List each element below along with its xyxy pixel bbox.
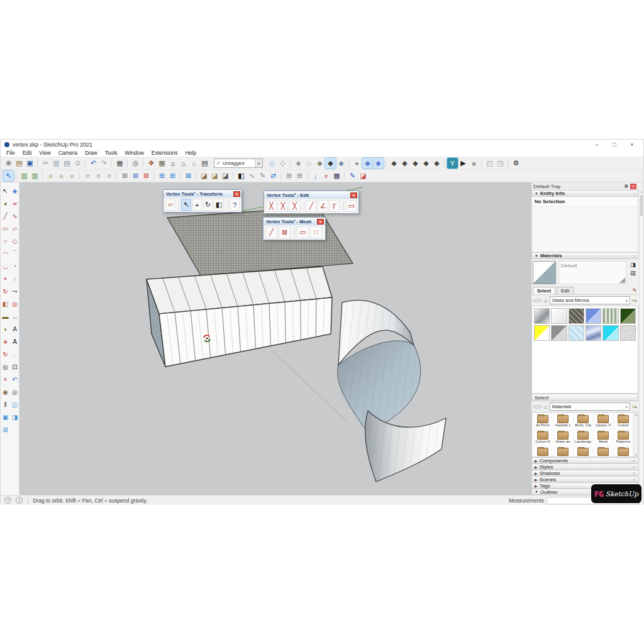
quad-green-b-button[interactable]: ▥	[30, 170, 40, 181]
vertex-tools-logo-button[interactable]: Y	[447, 158, 458, 169]
swatch-dark-green-glass[interactable]	[620, 308, 636, 324]
edge-loop-button[interactable]: ≡	[45, 170, 56, 181]
grid-b-button[interactable]: ⊞	[294, 170, 305, 181]
browser-collection-dropdown[interactable]: Materials ∨	[550, 402, 631, 411]
swatch-obscure-glass[interactable]	[620, 325, 636, 341]
iso-view-button[interactable]: ◆	[362, 158, 373, 169]
purge-button[interactable]: ×	[321, 170, 331, 181]
redo-button[interactable]: ↷	[99, 158, 109, 169]
swatch-frosted-glass[interactable]	[569, 325, 584, 341]
detach-icon[interactable]: ▫	[634, 191, 635, 196]
select-tool[interactable]: ↖	[1, 184, 10, 197]
vt-soft-shrink-tool[interactable]: ╳	[289, 200, 300, 212]
eraser-tool[interactable]: ▰	[10, 197, 19, 209]
triangulate-button[interactable]: ⊠	[119, 170, 130, 181]
xray-mode-button[interactable]: ◇	[267, 158, 277, 169]
vertex-tools-edit-window[interactable]: Vertex Tools² - Edit × ╳╳╳╱∠Γ▭	[264, 191, 359, 214]
copy-button[interactable]: ▥	[51, 158, 62, 169]
swatch-cloudy-glass[interactable]	[586, 325, 601, 341]
material-folder[interactable]: Metal	[594, 430, 613, 445]
new-model-button[interactable]: ⊕	[3, 158, 14, 169]
top-view-button[interactable]: ◆	[373, 158, 384, 169]
extension-warehouse-button[interactable]: ⌂	[167, 158, 178, 169]
share-model-button[interactable]: ❖	[146, 158, 157, 169]
look-around-tool[interactable]: ◎	[10, 386, 19, 398]
vt-select-tool[interactable]: ↖	[181, 199, 191, 211]
swatch-striped-glass[interactable]	[602, 308, 618, 324]
zoom-window-tool[interactable]: ⊡	[10, 360, 19, 373]
storage-button[interactable]: ▤	[199, 158, 210, 169]
vertex-tools-transform-window[interactable]: Vertex Tools² - Transform × ▱↖+↻◧?	[163, 189, 242, 213]
settings-gear-button[interactable]: ⚙	[511, 158, 521, 169]
three-point-arc-tool[interactable]: ◡	[1, 260, 10, 272]
close-icon[interactable]: ×	[633, 471, 635, 475]
entity-info-header[interactable]: ▼ Entity Info ▫	[531, 190, 638, 197]
material-folder[interactable]: Carpet, F	[594, 414, 613, 429]
solid-split-button[interactable]: ◆	[431, 158, 442, 169]
circle-tool[interactable]: ○	[1, 235, 10, 247]
chevron-down-icon[interactable]: ▾	[255, 159, 262, 167]
wireframe-mode-button[interactable]: ◇	[277, 158, 288, 169]
tray-section-collapsed[interactable]: ▶ Scenes ×	[531, 476, 638, 482]
grid-fill-button[interactable]: ⊞	[157, 170, 167, 181]
edge-loop-add-button[interactable]: ≡	[56, 170, 67, 181]
tab-edit[interactable]: Edit	[557, 287, 574, 294]
protractor-tool[interactable]: ◗	[1, 323, 10, 335]
home-icon[interactable]: ⌂	[544, 297, 547, 304]
3d-warehouse-button[interactable]: ▦	[157, 158, 167, 169]
vertex-tools-tool[interactable]: ◈	[10, 184, 19, 197]
vertex-tools-mesh-window[interactable]: Vertex Tools² - Mesh × ╱⊠▭∷	[263, 217, 326, 240]
swatch-yellow-glass[interactable]	[534, 325, 550, 341]
material-folder[interactable]	[553, 447, 572, 457]
uv-paste-button[interactable]: ◪	[220, 170, 231, 181]
table-props-button[interactable]: ▦	[331, 170, 342, 181]
swap-arrows-button[interactable]: ⇄	[268, 170, 279, 181]
red-corner-button[interactable]: ◪	[358, 170, 369, 181]
scroll-up-icon[interactable]: ∧	[635, 413, 637, 416]
tray-section-collapsed[interactable]: ▶ Shadows ×	[531, 470, 638, 476]
menu-item[interactable]: File	[3, 150, 19, 156]
sample-paint-icon[interactable]: ↪	[632, 297, 637, 304]
tray-section-collapsed[interactable]: ▶ Components ×	[531, 457, 638, 464]
close-icon[interactable]: ×	[233, 191, 240, 197]
grid-cross-button[interactable]: ⊠	[183, 170, 194, 181]
swatch-mirror[interactable]	[534, 308, 550, 324]
forward-icon[interactable]: ▷	[538, 404, 542, 409]
material-folder[interactable]: Patterns	[614, 430, 633, 445]
paste-button[interactable]: ▤	[62, 158, 72, 169]
menu-item[interactable]: Tools	[101, 150, 121, 156]
model-info-button[interactable]: ◎	[130, 158, 141, 169]
material-folder[interactable]: 3d Printr	[533, 414, 552, 429]
swatch-glass-blocks[interactable]	[569, 308, 584, 324]
materials-collection-dropdown[interactable]: Glass and Mirrors ∨	[550, 296, 631, 304]
menu-item[interactable]: Edit	[19, 150, 36, 156]
vt-mesh-line-tool[interactable]: ╱	[265, 226, 277, 238]
secondary-pane-icon[interactable]: ◨	[630, 262, 636, 268]
shaded-textures-button[interactable]: ◆	[325, 158, 336, 169]
menu-item[interactable]: Extensions	[148, 150, 182, 156]
uv-copy-button[interactable]: ◪	[209, 170, 220, 181]
axes-tool[interactable]: ∗	[1, 335, 10, 348]
folder-scrollbar[interactable]: ∧ ∨	[633, 413, 638, 457]
help-icon[interactable]: ?	[4, 497, 11, 504]
solid-union-button[interactable]: ◆	[389, 158, 399, 169]
detach-icon[interactable]: ▫	[634, 253, 635, 258]
close-icon[interactable]: ×	[350, 192, 357, 198]
vt-weld-tool[interactable]: ╱	[306, 200, 317, 212]
pin-icon[interactable]: ▣	[624, 184, 628, 189]
follow-me-tool[interactable]: ↪	[10, 285, 19, 297]
material-folder[interactable]	[594, 447, 613, 457]
sample-dropper-icon[interactable]: ✎	[632, 287, 637, 294]
vt-gizmo-tool[interactable]: ▱	[165, 199, 175, 211]
back-icon[interactable]: ◁	[533, 404, 536, 409]
maximize-button[interactable]: □	[611, 142, 618, 148]
material-folder[interactable]: Colors-N	[533, 430, 552, 445]
close-icon[interactable]: ×	[317, 219, 324, 225]
move-tool[interactable]: +	[1, 272, 10, 285]
swatch-white-glass[interactable]	[551, 308, 567, 324]
close-button[interactable]: ×	[628, 142, 636, 148]
tray-scrollbar[interactable]: ∧	[639, 190, 643, 495]
model-viewport[interactable]: Vertex Tools² - Transform × ▱↖+↻◧? Verte…	[19, 182, 531, 495]
print-button[interactable]: ▦	[114, 158, 125, 169]
menu-item[interactable]: Draw	[81, 150, 101, 156]
